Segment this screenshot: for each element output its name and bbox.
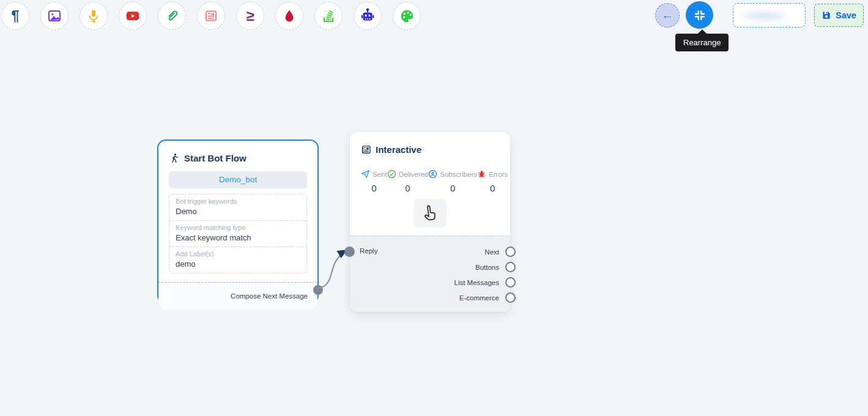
ecommerce-output-port[interactable] [505, 292, 516, 303]
water-drop-icon [282, 9, 297, 23]
image-icon [47, 9, 62, 23]
output-label: Next [484, 248, 499, 256]
field-label: Bot trigger keywords [176, 198, 300, 205]
user-circle-icon [428, 169, 437, 179]
toolbar-condition-element-button[interactable]: ≥ [236, 2, 264, 30]
stack-icon [321, 9, 336, 23]
stat-value: 0 [490, 183, 495, 193]
stat-label: Sent [373, 171, 387, 178]
rearrange-button[interactable] [686, 1, 713, 29]
microphone-icon [86, 9, 101, 23]
field-value: Exact keyword match [176, 233, 300, 242]
field-label: Add Label(s) [176, 250, 300, 258]
start-bot-flow-node[interactable]: Start Bot Flow Demo_bot Bot trigger keyw… [157, 139, 319, 304]
save-button[interactable]: Save [814, 4, 864, 27]
stat-errors: Errors 0 [477, 169, 508, 193]
stat-label: Errors [489, 171, 508, 178]
hand-cursor-icon [420, 203, 440, 224]
interactive-node-header: Interactive [350, 132, 510, 155]
pilcrow-icon: ¶ [11, 9, 19, 23]
stat-delivered: Delivered 0 [387, 169, 429, 193]
stat-value: 0 [450, 183, 455, 193]
start-node-title: Start Bot Flow [184, 153, 247, 163]
paperclip-icon [165, 9, 179, 23]
compose-next-message-port[interactable] [313, 285, 323, 295]
toolbar-card-element-button[interactable] [197, 2, 225, 30]
stats-row: Sent 0 Delivered 0 Subscribers [350, 155, 510, 193]
back-button[interactable]: ← [655, 3, 680, 28]
output-row-next: Next [484, 247, 516, 257]
field-add-labels[interactable]: Add Label(s) demo [169, 247, 306, 273]
toolbar-video-element-button[interactable] [119, 2, 147, 30]
toolbar-image-element-button[interactable] [40, 2, 69, 30]
element-toolbar: ¶ ≥ [1, 2, 421, 30]
output-label: Buttons [475, 264, 499, 271]
stat-label: Delivered [399, 171, 429, 178]
toolbar-audio-element-button[interactable] [80, 2, 108, 30]
blurred-flow-name [738, 9, 791, 23]
next-output-port[interactable] [505, 247, 516, 257]
bot-name-field[interactable]: Demo_bot [169, 171, 307, 188]
reply-input-port[interactable] [344, 247, 355, 257]
output-label: E-commerce [459, 294, 499, 302]
start-node-fields: Bot trigger keywords Demo Keyword matchi… [169, 194, 307, 273]
toolbar-sequence-element-button[interactable] [314, 2, 343, 30]
stat-value: 0 [371, 183, 376, 193]
list-messages-output-port[interactable] [505, 277, 516, 288]
start-node-header: Start Bot Flow [158, 141, 317, 163]
walking-person-icon [169, 153, 180, 163]
toolbar-theme-element-button[interactable] [393, 2, 421, 30]
toolbar-text-element-button[interactable]: ¶ [1, 2, 29, 30]
field-value: Demo [176, 207, 300, 216]
greater-equal-icon: ≥ [246, 9, 254, 23]
check-circle-icon [387, 169, 396, 179]
field-label: Keyword matching type [176, 224, 300, 231]
flow-name-input[interactable] [733, 3, 806, 28]
save-button-label: Save [836, 10, 856, 20]
hover-highlight [414, 199, 447, 228]
paper-plane-icon [361, 169, 370, 179]
interactive-icon [361, 144, 371, 155]
output-row-ecommerce: E-commerce [459, 292, 516, 303]
robot-icon [360, 8, 376, 24]
newspaper-card-icon [204, 9, 218, 23]
palette-icon [399, 9, 415, 24]
output-row-list-messages: List Messages [454, 277, 516, 288]
toolbar-drip-element-button[interactable] [275, 2, 303, 30]
reply-port-label: Reply [360, 247, 377, 254]
interactive-node[interactable]: Interactive Sent 0 Delivered 0 [350, 132, 510, 312]
compose-next-message-label: Compose Next Message [158, 283, 317, 310]
output-row-buttons: Buttons [475, 262, 516, 272]
stat-sent: Sent 0 [361, 169, 387, 193]
floppy-disk-icon [822, 10, 831, 20]
youtube-icon [125, 8, 141, 24]
back-arrow-icon: ← [662, 9, 673, 22]
field-bot-trigger-keywords[interactable]: Bot trigger keywords Demo [169, 195, 306, 221]
output-label: List Messages [454, 279, 499, 286]
toolbar-bot-element-button[interactable] [354, 2, 382, 30]
rearrange-tooltip: Rearrange [675, 34, 729, 51]
stat-subscribers: Subscribers 0 [428, 169, 477, 193]
buttons-output-port[interactable] [505, 262, 516, 272]
stat-label: Subscribers [440, 171, 477, 178]
field-value: demo [176, 259, 300, 269]
stat-value: 0 [405, 183, 410, 193]
toolbar-file-element-button[interactable] [158, 2, 186, 30]
compress-icon [693, 9, 707, 22]
interactive-node-title: Interactive [376, 144, 421, 155]
bug-icon [477, 169, 486, 179]
field-keyword-matching-type[interactable]: Keyword matching type Exact keyword matc… [169, 221, 306, 247]
